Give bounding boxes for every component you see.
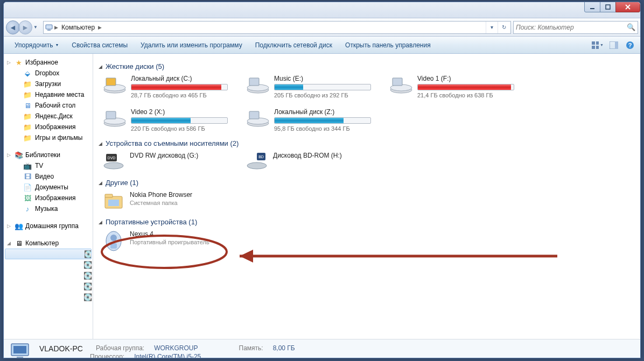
hdd-icon (246, 75, 270, 94)
homegroup-icon: 👥 (15, 222, 23, 230)
drive-icon: 💽 (23, 260, 93, 269)
folder-icon: 📁 (23, 123, 32, 131)
help-button[interactable]: ? (624, 39, 636, 51)
svg-rect-7 (596, 46, 599, 49)
sidebar-item-dropbox[interactable]: ⬙Dropbox (4, 68, 93, 79)
address-bar[interactable]: ▶ Компьютер ▶ ▾ ↻ (43, 21, 511, 34)
device-nexus4[interactable]: Nexus 4Портативный проигрыватель (103, 230, 232, 250)
drive-free-text: 28,7 ГБ свободно из 465 ГБ (131, 92, 232, 98)
sidebar-favorites[interactable]: ▷★Избранное (4, 57, 93, 68)
svg-rect-1 (606, 5, 610, 9)
uninstall-button[interactable]: Удалить или изменить программу (134, 41, 249, 49)
tv-icon: 📺 (23, 161, 32, 170)
breadcrumb-sep[interactable]: ▶ (53, 25, 59, 30)
folder-icon: 📁 (23, 112, 32, 121)
drive-capacity-bar (274, 84, 371, 90)
breadcrumb-computer[interactable]: Компьютер (59, 24, 97, 31)
refresh-button[interactable]: ↻ (498, 22, 509, 33)
sidebar-item-video1-f[interactable]: 💽Video 1 (F:) (4, 270, 93, 281)
forward-button[interactable]: ► (18, 20, 32, 34)
sidebar-item-localdisk-c[interactable]: 💽Локальный диск (5, 249, 92, 259)
svg-rect-20 (393, 78, 402, 86)
svg-rect-35 (108, 200, 119, 206)
star-icon: ★ (15, 58, 23, 67)
computer-icon (45, 23, 53, 32)
svg-rect-2 (46, 25, 52, 29)
drive-name: Video 2 (X:) (131, 108, 232, 116)
map-netdrive-button[interactable]: Подключить сетевой диск (249, 41, 339, 49)
maximize-button[interactable] (600, 2, 616, 12)
sidebar-item-music[interactable]: ♪Музыка (4, 203, 93, 214)
organize-menu[interactable]: Упорядочить▼ (8, 41, 65, 49)
section-removable[interactable]: ◢Устройства со съемными носителями (2) (99, 139, 635, 147)
address-dropdown[interactable]: ▾ (486, 22, 498, 33)
search-box[interactable]: 🔍 (513, 21, 638, 34)
computer-large-icon (9, 342, 33, 359)
sidebar-item-music-e[interactable]: 💽Music (E:) (4, 259, 93, 270)
folder-icon (103, 191, 124, 210)
control-panel-button[interactable]: Открыть панель управления (339, 41, 437, 49)
section-other[interactable]: ◢Другие (1) (99, 179, 635, 187)
sidebar-libraries[interactable]: ▷📚Библиотеки (4, 150, 93, 160)
device-nokia-browser[interactable]: Nokia Phone BrowserСистемная папка (103, 191, 232, 210)
search-icon[interactable]: 🔍 (627, 23, 635, 31)
hdd-icon (103, 108, 127, 128)
drive-item[interactable]: Локальный диск (C:) 28,7 ГБ свободно из … (103, 75, 232, 98)
computer-icon: 🖥 (15, 239, 23, 247)
device-bd-rom[interactable]: BD Дисковод BD-ROM (H:) (246, 152, 375, 171)
drive-item[interactable]: Video 1 (F:) 21,4 ГБ свободно из 638 ГБ (389, 75, 519, 98)
history-dropdown[interactable]: ▼ (32, 22, 39, 33)
sidebar-item-yandex[interactable]: 📁Яндекс.Диск (4, 111, 93, 122)
titlebar[interactable] (4, 2, 640, 18)
sidebar-item-desktop[interactable]: 🖥Рабочий стол (4, 100, 93, 111)
sidebar-homegroup[interactable]: ▷👥Домашняя группа (4, 221, 93, 231)
section-hard-disks[interactable]: ◢Жесткие диски (5) (99, 62, 635, 70)
search-input[interactable] (516, 24, 627, 31)
sidebar-item-images[interactable]: 📁Изображения (4, 122, 93, 132)
close-button[interactable] (615, 2, 640, 12)
svg-rect-3 (47, 30, 51, 31)
svg-rect-40 (13, 346, 26, 353)
section-portable[interactable]: ◢Портативные устройства (1) (99, 218, 635, 226)
svg-rect-4 (592, 41, 595, 45)
sidebar[interactable]: ▷★Избранное ⬙Dropbox 📁Загрузки 📁Недавние… (4, 54, 93, 339)
device-dvd-rw[interactable]: DVD DVD RW дисковод (G:) (103, 152, 232, 171)
sidebar-item-recent[interactable]: 📁Недавние места (4, 89, 93, 100)
sidebar-computer[interactable]: ◢🖥Компьютер (4, 238, 93, 249)
sidebar-item-downloads[interactable]: 📁Загрузки (4, 79, 93, 89)
drive-item[interactable]: Video 2 (X:) 220 ГБ свободно из 586 ГБ (103, 108, 232, 132)
picture-icon: 🖼 (23, 194, 32, 202)
drive-name: Локальный диск (C:) (131, 75, 232, 82)
drive-name: Локальный диск (Z:) (274, 108, 375, 116)
sidebar-item-localdisk-z[interactable]: 💽Локальный диск (4, 292, 93, 302)
drive-icon: 💽 (23, 282, 93, 291)
folder-icon: 📁 (23, 90, 32, 99)
svg-rect-26 (249, 111, 259, 119)
svg-rect-41 (17, 357, 23, 359)
drive-icon: 💽 (23, 293, 93, 301)
svg-rect-34 (105, 194, 113, 197)
svg-text:DVD: DVD (108, 156, 116, 160)
svg-rect-5 (596, 41, 599, 45)
sidebar-item-pictures[interactable]: 🖼Изображения (4, 193, 93, 203)
desktop-icon: 🖥 (23, 101, 32, 110)
view-mode-button[interactable]: ▼ (592, 39, 604, 51)
sidebar-item-tv[interactable]: 📺TV (4, 160, 93, 171)
drive-item[interactable]: Music (E:) 205 ГБ свободно из 292 ГБ (246, 75, 375, 98)
sidebar-item-video[interactable]: 🎞Видео (4, 171, 93, 182)
minimize-button[interactable] (584, 2, 600, 12)
svg-rect-0 (590, 8, 594, 9)
breadcrumb-sep[interactable]: ▶ (97, 25, 103, 30)
preview-pane-button[interactable] (608, 39, 620, 51)
drive-item[interactable]: Локальный диск (Z:) 95,8 ГБ свободно из … (246, 108, 375, 132)
content-pane[interactable]: ◢Жесткие диски (5) Локальный диск (C:) 2… (93, 54, 640, 339)
system-props-button[interactable]: Свойства системы (65, 41, 134, 49)
music-icon: ♪ (23, 204, 32, 213)
sidebar-item-games[interactable]: 📁Игры и фильмы (4, 132, 93, 143)
svg-rect-9 (615, 41, 618, 49)
svg-rect-6 (592, 46, 595, 49)
svg-rect-14 (106, 78, 116, 86)
sidebar-item-video2-x[interactable]: 💽Video 2 (X:) (4, 281, 93, 292)
sidebar-item-docs[interactable]: 📄Документы (4, 182, 93, 193)
drive-name: Music (E:) (274, 75, 375, 82)
